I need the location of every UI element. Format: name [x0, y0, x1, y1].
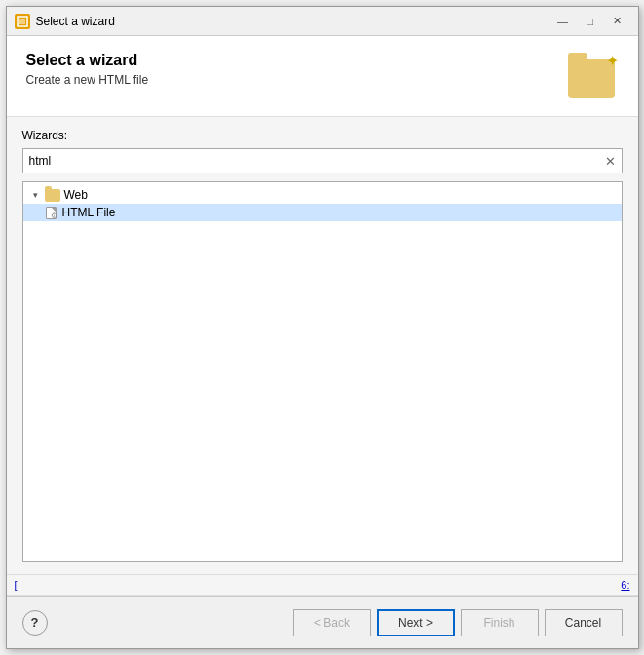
help-button[interactable]: ? [22, 610, 48, 636]
dialog-window: Select a wizard — □ ✕ Select a wizard Cr… [6, 6, 639, 649]
tree-toggle-web[interactable]: ▾ [29, 188, 43, 202]
navigation-buttons: < Back Next > Finish Cancel [293, 609, 623, 636]
next-button[interactable]: Next > [377, 609, 455, 636]
tree-item-web[interactable]: ▾ Web [23, 186, 622, 204]
restore-button[interactable]: □ [578, 12, 603, 31]
back-button[interactable]: < Back [293, 609, 371, 636]
tree-label-web: Web [64, 188, 88, 202]
minimize-button[interactable]: — [550, 12, 576, 31]
gear-icon: ⚙ [51, 212, 57, 220]
search-bar: ✕ [22, 148, 623, 173]
status-bar: [ 6: [7, 574, 638, 596]
file-icon-html: ⚙ [45, 206, 58, 219]
title-bar-left: Select a wizard [15, 14, 115, 29]
close-button[interactable]: ✕ [605, 12, 630, 31]
header-title: Select a wizard [26, 52, 568, 69]
window-title: Select a wizard [36, 15, 115, 28]
header-icon: ✦ [568, 52, 619, 102]
content-area: Wizards: ✕ ▾ Web ⚙ HTML File [7, 117, 638, 574]
title-bar-controls: — □ ✕ [550, 12, 630, 31]
search-clear-button[interactable]: ✕ [603, 154, 618, 169]
cancel-button[interactable]: Cancel [545, 609, 623, 636]
finish-button[interactable]: Finish [461, 609, 539, 636]
tree-item-html-file[interactable]: ⚙ HTML File [23, 204, 622, 221]
folder-icon-web [45, 189, 60, 202]
file-body-shape: ⚙ [46, 207, 57, 219]
search-input[interactable] [29, 154, 603, 168]
wizards-label: Wizards: [22, 129, 623, 142]
header-text: Select a wizard Create a new HTML file [26, 52, 568, 87]
status-right-link[interactable]: 6: [621, 579, 629, 591]
window-icon [15, 14, 30, 29]
header-section: Select a wizard Create a new HTML file ✦ [7, 36, 638, 117]
button-bar: ? < Back Next > Finish Cancel [7, 596, 638, 648]
tree-label-html-file: HTML File [62, 206, 116, 219]
status-left-link[interactable]: [ [15, 579, 18, 591]
star-icon: ✦ [606, 52, 619, 70]
wizard-tree[interactable]: ▾ Web ⚙ HTML File [22, 181, 623, 562]
title-bar: Select a wizard — □ ✕ [7, 7, 638, 36]
header-subtitle: Create a new HTML file [26, 73, 568, 87]
